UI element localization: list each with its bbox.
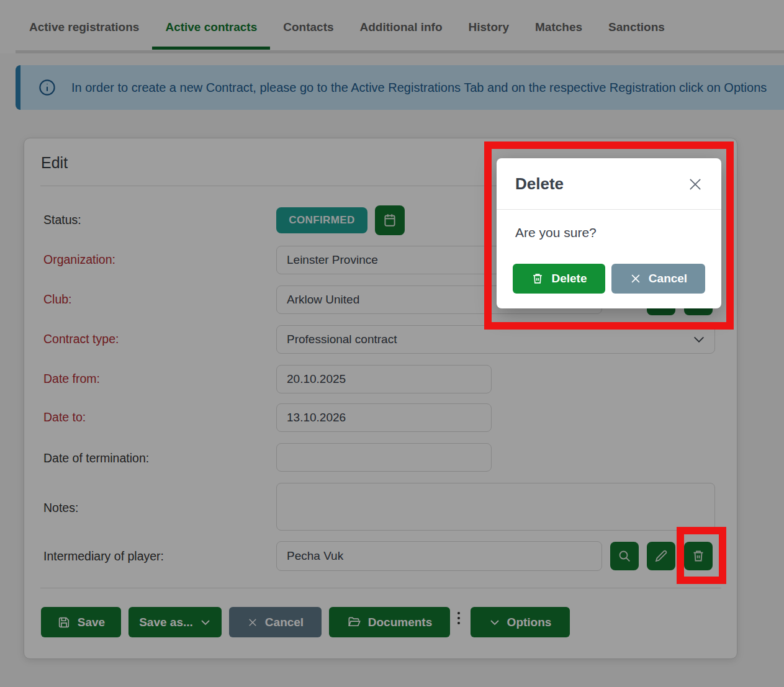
modal-backdrop[interactable]: [0, 0, 784, 687]
modal-title: Delete: [515, 174, 564, 194]
delete-confirmation-modal: Delete Are you sure? Delet: [497, 158, 721, 308]
modal-cancel-button[interactable]: Cancel: [611, 264, 705, 294]
modal-delete-button[interactable]: Delete: [513, 264, 605, 294]
close-icon: [629, 272, 642, 285]
modal-header: Delete: [497, 158, 721, 210]
close-icon: [687, 176, 704, 193]
contract-edit-page: Active registrations Active contracts Co…: [0, 0, 784, 687]
modal-message: Are you sure?: [515, 225, 597, 240]
modal-cancel-button-label: Cancel: [649, 272, 687, 285]
modal-close-button[interactable]: [687, 176, 704, 193]
modal-delete-button-label: Delete: [551, 272, 587, 285]
trash-icon: [531, 272, 544, 285]
